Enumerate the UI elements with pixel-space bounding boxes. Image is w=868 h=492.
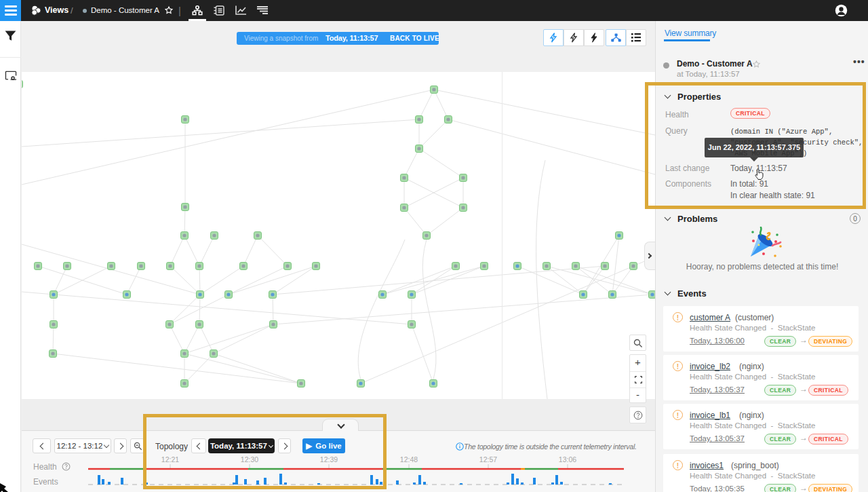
svg-text:13:06: 13:06 (559, 455, 576, 463)
svg-text:12:39: 12:39 (320, 455, 338, 463)
svg-text:12:30: 12:30 (241, 455, 258, 463)
svg-text:12:21: 12:21 (161, 455, 179, 463)
svg-text:12:48: 12:48 (400, 455, 418, 463)
svg-text:12:57: 12:57 (479, 455, 497, 463)
